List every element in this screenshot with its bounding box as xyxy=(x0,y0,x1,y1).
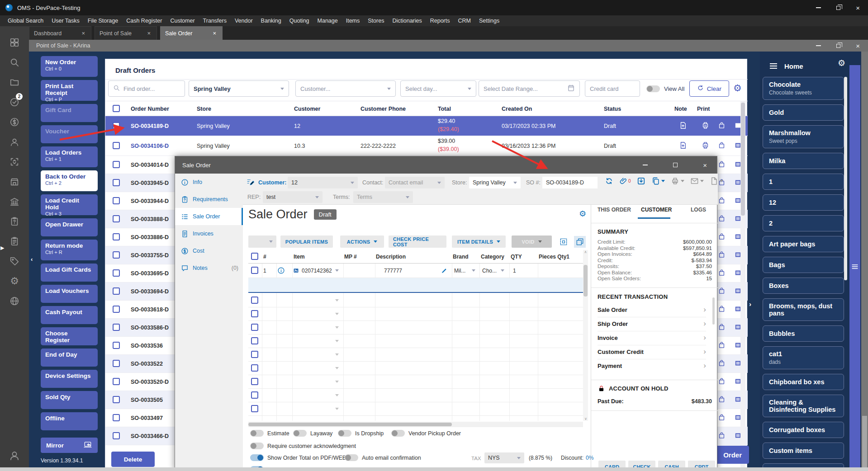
mirror-button[interactable]: Mirror xyxy=(41,438,98,453)
categories-settings-gear-icon[interactable]: ⚙ xyxy=(838,58,845,68)
order-number-link[interactable]: SO-0033694-D xyxy=(131,283,169,300)
toggle-switch[interactable] xyxy=(345,454,358,461)
table-row[interactable]: SO-0034189-DSpring Valley12$29.40($29.40… xyxy=(105,116,748,136)
edit-description-pencil-icon[interactable] xyxy=(441,267,448,275)
sidebar-button-end-of-day[interactable]: End of Day xyxy=(41,349,98,367)
order-number-link[interactable]: SO-0033695-D xyxy=(131,264,169,282)
category-card-12[interactable]: 12 xyxy=(763,194,844,211)
row-checkbox[interactable] xyxy=(113,396,120,403)
sidebar-button-load-orders[interactable]: Load OrdersCtrl + 1 xyxy=(41,146,98,167)
menu-item-dictionaries[interactable]: Dictionaries xyxy=(388,15,426,26)
modal-nav-info[interactable]: Info xyxy=(175,174,243,191)
item-checkbox[interactable] xyxy=(251,351,258,358)
item-column-description[interactable]: Description xyxy=(376,250,406,264)
download-icon[interactable] xyxy=(637,177,645,185)
tab-close-icon[interactable]: × xyxy=(80,30,86,37)
row-checkbox[interactable] xyxy=(113,324,120,331)
column-header-customer[interactable]: Customer xyxy=(294,101,320,117)
category-card-2[interactable]: 2 xyxy=(763,215,844,231)
category-card-brooms-mops-dust-pans[interactable]: Brooms, mops, dust pans xyxy=(763,298,844,321)
menu-item-customer[interactable]: Customer xyxy=(166,15,199,26)
item-column-mp[interactable]: MP # xyxy=(344,250,357,264)
void-button[interactable]: VOID xyxy=(512,236,552,248)
table-settings-gear-icon[interactable]: ⚙ xyxy=(733,83,742,94)
store-icon[interactable] xyxy=(5,172,24,192)
find-order-input[interactable] xyxy=(108,80,185,97)
toolbar-empty-dropdown[interactable] xyxy=(248,236,276,248)
category-card-chipboard-bo-xes[interactable]: Chipboard bo xes xyxy=(763,374,844,390)
item-checkbox[interactable] xyxy=(251,378,258,385)
item-column-item[interactable]: Item xyxy=(294,250,305,264)
row-checkbox[interactable] xyxy=(113,161,120,168)
order-number-link[interactable]: SO-0033497 xyxy=(131,409,163,427)
category-card-chocolate[interactable]: ChocolateChocolate sweets xyxy=(763,77,844,100)
side-tab-logs[interactable]: LOGS xyxy=(691,207,706,213)
recent-item-invoice[interactable]: Invoice› xyxy=(598,333,706,342)
modal-nav-requirements[interactable]: Requirements xyxy=(175,191,243,208)
category-card-bags[interactable]: Bags xyxy=(763,257,844,273)
recent-item-sale-order[interactable]: Sale Order› xyxy=(598,305,706,314)
order-number-link[interactable]: SO-0033944-D xyxy=(131,192,169,210)
attachment-paperclip-icon[interactable]: 0 xyxy=(619,177,631,185)
modal-maximize-icon[interactable] xyxy=(673,163,678,167)
select-all-items-checkbox[interactable] xyxy=(251,253,258,260)
item-image-icon[interactable] xyxy=(293,267,299,275)
menu-item-banking[interactable]: Banking xyxy=(257,15,285,26)
tab-point-of-sale[interactable]: Point of Sale× xyxy=(95,26,157,40)
bank-icon[interactable] xyxy=(5,192,24,212)
scan-icon[interactable] xyxy=(5,152,24,172)
date-range-filter[interactable]: Select Date Range... xyxy=(479,80,580,97)
order-number-link[interactable]: SO-0033618-D xyxy=(131,301,169,318)
item-info-icon[interactable] xyxy=(277,267,285,276)
note-add-icon[interactable] xyxy=(679,121,687,131)
bottom-scrollbar[interactable] xyxy=(0,467,868,471)
sidebar-button-choose-register[interactable]: Choose Register xyxy=(41,327,98,345)
delete-button[interactable]: Delete xyxy=(111,452,155,467)
menu-item-file-storage[interactable]: File Storage xyxy=(84,15,122,26)
toggle-switch[interactable] xyxy=(250,454,264,461)
expand-grid-icon[interactable] xyxy=(574,236,586,248)
multi-select-icon[interactable] xyxy=(558,236,569,248)
item-checkbox[interactable] xyxy=(251,310,258,317)
order-settings-gear-icon[interactable]: ⚙ xyxy=(579,209,586,219)
recent-item-customer-credit[interactable]: Customer Credit› xyxy=(598,347,706,356)
column-header-print[interactable]: Print xyxy=(697,101,710,117)
item-brand[interactable]: Mil... xyxy=(454,264,465,278)
toggle-layaway[interactable]: Layaway xyxy=(293,430,332,437)
menu-item-global-search[interactable]: Global Search xyxy=(4,15,47,26)
menu-item-items[interactable]: Items xyxy=(342,15,364,26)
order-number-link[interactable]: SO-0033466-D xyxy=(131,427,169,445)
empty-item-row[interactable] xyxy=(248,321,583,334)
row-checkbox[interactable] xyxy=(113,432,120,439)
user-icon[interactable] xyxy=(5,446,24,466)
toggle-estimate[interactable]: Estimate xyxy=(250,430,289,437)
help-clipboard-icon[interactable] xyxy=(5,212,24,231)
row-checkbox[interactable] xyxy=(113,122,120,129)
toggle-require-customer-acknowledgment[interactable]: Require customer acknowledgment xyxy=(250,443,356,449)
so-number-input[interactable] xyxy=(542,177,598,188)
recent-item-ship-order[interactable]: Ship Order› xyxy=(598,319,706,328)
side-tab-customer[interactable]: CUSTOMER xyxy=(641,207,672,213)
popular-items-button[interactable]: POPULAR ITEMS xyxy=(280,236,333,248)
order-number-link[interactable]: SO-0034106-D xyxy=(131,136,169,155)
row-checkbox[interactable] xyxy=(113,342,120,349)
sidebar-button-voucher[interactable]: Voucher xyxy=(41,125,98,143)
sidebar-button-device-settings[interactable]: Device Settings xyxy=(41,370,98,388)
order-number-link[interactable]: SO-0033945-D xyxy=(131,174,169,192)
rep-dropdown[interactable]: test xyxy=(263,191,323,203)
contact-dropdown[interactable]: Contact email xyxy=(385,177,445,188)
empty-item-row[interactable] xyxy=(248,402,583,416)
settings-icon[interactable]: ⚙ xyxy=(5,271,24,291)
actions-button[interactable]: ACTIONS xyxy=(340,236,384,248)
contacts-icon[interactable] xyxy=(5,132,24,152)
day-filter-dropdown[interactable]: Select day... xyxy=(400,80,476,97)
order-number-link[interactable]: SO-0033888-D xyxy=(131,210,169,228)
modal-nav-invoices[interactable]: Invoices xyxy=(175,225,243,242)
sidebar-button-offline[interactable]: Offline xyxy=(41,412,98,430)
sidebar-button-cash-payout[interactable]: Cash Payout xyxy=(41,306,98,324)
empty-item-row[interactable] xyxy=(248,334,583,348)
category-card-corrugated-boxes[interactable]: Corrugated boxes xyxy=(763,422,844,438)
toggle-auto-email-confirmation[interactable]: Auto email confirmation xyxy=(345,454,421,461)
item-column-[interactable]: # xyxy=(263,250,266,264)
row-checkbox[interactable] xyxy=(113,306,120,313)
